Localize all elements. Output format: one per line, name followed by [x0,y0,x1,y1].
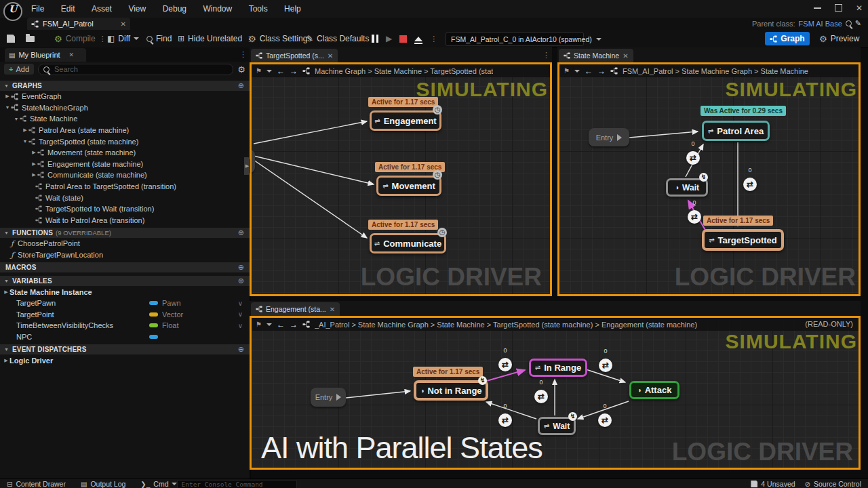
menu-file[interactable]: File [24,0,51,14]
compile-button[interactable]: ⚙ Compile ⋮ [54,30,106,47]
diff-button[interactable]: ◧ Diff [107,30,139,47]
expander-icon[interactable]: ▶ [3,289,9,295]
debug-object-dropdown[interactable]: FSM_AI_Patrol_C_0 in AIActor10 (spawned) [446,32,584,46]
output-log-button[interactable]: ▤ Output Log [81,480,125,488]
tree-item-patrol-to-targetspotted[interactable]: Patrol Area to TargetSpotted (transition… [0,181,250,192]
state-node-targetspotted[interactable]: ⇌TargetSpotted [702,229,784,251]
stop-icon[interactable] [399,35,407,43]
nav-forward-icon[interactable]: → [290,66,298,76]
tree-item-communicate[interactable]: ▶Communicate (state machine) [0,169,250,181]
add-variable-icon[interactable]: ⊕ [238,277,244,285]
transition-node-icon[interactable]: ⇄ [498,413,512,427]
breadcrumb-path[interactable]: Machine Graph > State Machine > TargetSp… [315,67,493,75]
minimize-icon[interactable] [814,7,821,9]
source-control-button[interactable]: ⊘ Source Control [805,480,861,488]
close-icon[interactable]: ✕ [623,52,628,60]
tab-engagement[interactable]: Engagement (sta...✕ [251,302,340,316]
transition-node-icon[interactable]: ⇄ [498,358,512,371]
parent-class-link[interactable]: FSM AI Base [799,20,842,28]
tree-item-statemachinegraph[interactable]: ▼StateMachineGraph [0,102,250,114]
cmd-dropdown[interactable]: ❯_ Cmd [140,480,177,488]
tab-targetspotted[interactable]: TargetSpotted (s...✕ [251,49,338,62]
unsaved-indicator[interactable]: 4 Unsaved [751,480,795,488]
find-button[interactable]: Find [146,30,172,47]
tree-item-state-machine[interactable]: ▼State Machine [0,113,250,125]
menu-view[interactable]: View [121,0,153,14]
browse-asset-button[interactable] [26,30,35,47]
state-node-engagement[interactable]: ⇌Engagement [370,110,441,131]
state-node-not-in-range[interactable]: ◑Not in Range [414,380,488,401]
tree-item-targetspotted-to-wait[interactable]: TargetSpotted to Wait (transition) [0,203,250,215]
class-defaults-button[interactable]: ✎ Class Defaults [307,30,369,47]
add-dispatcher-icon[interactable]: ⊕ [238,345,244,354]
expander-icon[interactable]: ▼ [22,139,28,144]
functions-section-header[interactable]: ▼ FUNCTIONS (9 OVERRIDABLE) ⊕ [0,228,250,238]
save-button[interactable] [7,30,15,47]
variable-row-targetpoint[interactable]: TargetPointVector∨ [0,309,250,321]
add-graph-icon[interactable]: ⊕ [238,81,244,90]
sidebar-tab-close-icon[interactable]: ✕ [69,52,75,58]
dispatcher-item-logic-driver[interactable]: ▶Logic Driver [0,354,250,366]
menu-debug[interactable]: Debug [156,0,193,14]
nav-forward-icon[interactable]: → [290,320,298,329]
graph-state-machine[interactable]: ⚑ ← → FSM_AI_Patrol > State Machine Grap… [557,62,861,296]
tree-item-movement[interactable]: ▶Movement (state machine) [0,147,250,159]
graph-targetspotted[interactable]: ⚑ ← → Machine Graph > State Machine > Ta… [250,62,552,296]
entry-node-clipped[interactable] [250,150,255,173]
bookmark-icon[interactable]: ⚑ [256,67,262,75]
nav-forward-icon[interactable]: → [597,66,606,76]
breadcrumb-path[interactable]: _AI_Patrol > State Machine Graph > State… [315,321,697,329]
menu-edit[interactable]: Edit [54,0,82,14]
transition-node-icon[interactable]: ⇄ [534,390,548,403]
expander-icon[interactable]: ▼ [4,105,11,110]
graphs-section-header[interactable]: ▼ GRAPHS ⊕ [0,81,250,91]
variable-row-npc[interactable]: NPC [0,331,250,343]
entry-node[interactable]: Entry [311,388,346,407]
nav-back-icon[interactable]: ← [585,66,593,76]
function-item[interactable]: ƒChoosePatrolPoint [0,238,250,249]
console-command-input[interactable] [177,480,297,488]
variable-row-timebetween[interactable]: TimeBetweenVisibilityChecksFloat∨ [0,320,250,331]
play-options-icon[interactable]: ⋮ [430,35,437,43]
expander-icon[interactable]: ▶ [3,358,9,363]
transition-node-icon[interactable]: ⇄ [688,210,701,224]
menu-tools[interactable]: Tools [242,0,275,14]
nav-back-icon[interactable]: ← [277,320,285,329]
tree-item-wait-state[interactable]: Wait (state) [0,192,250,203]
maximize-icon[interactable] [835,4,842,12]
expander-icon[interactable]: ▶ [22,127,28,133]
variables-section-header[interactable]: ▼ VARIABLES ⊕ [0,276,250,286]
hide-unrelated-button[interactable]: ⊞ Hide Unrelated ⋮ [178,30,253,47]
sidebar-search[interactable] [38,64,233,75]
search-input[interactable] [53,64,228,74]
tree-item-patrol-area[interactable]: ▶Patrol Area (state machine) [0,125,250,136]
class-settings-button[interactable]: ⚙ Class Settings [248,30,311,47]
expander-icon[interactable]: ▶ [31,172,37,178]
close-icon[interactable]: ✕ [328,52,333,60]
function-item[interactable]: ƒStoreTargetPawnLocation [0,249,250,261]
state-node-communicate[interactable]: ⇌Communicate [370,233,446,253]
resume-icon[interactable]: ▶ [386,34,392,43]
menu-asset[interactable]: Asset [85,0,119,14]
visibility-eye-icon[interactable]: ∨ [238,300,243,307]
expander-icon[interactable]: ▼ [13,117,20,121]
tab-state-machine[interactable]: State Machine✕ [559,49,633,62]
variable-category[interactable]: ▶State Machine Instance [0,286,250,298]
entry-node[interactable]: Entry [589,128,629,146]
tab-options-icon[interactable]: ⋮ [542,51,550,60]
asset-tab-fsm-ai-patrol[interactable]: FSM_AI_Patrol ✕ [27,18,130,30]
graph-mode-button[interactable]: Graph [765,32,810,45]
state-node-movement[interactable]: ⇌Movement [376,176,441,196]
close-icon[interactable]: ✕ [856,5,863,12]
menu-help[interactable]: Help [277,0,308,14]
edit-pencil-icon[interactable]: ✎ [855,19,861,28]
preview-button[interactable]: ⚙ Preview [819,32,859,45]
transition-node-icon[interactable]: ⇄ [743,178,757,191]
graph-engagement[interactable]: ⚑ ← → _AI_Patrol > State Machine Graph >… [250,316,861,470]
pause-icon[interactable] [372,35,378,43]
state-node-patrol-area[interactable]: ⇌Patrol Area [702,121,770,141]
visibility-eye-icon[interactable]: ∨ [238,310,243,318]
expander-icon[interactable]: ▶ [4,94,11,99]
close-icon[interactable]: ✕ [330,306,335,313]
tree-item-eventgraph[interactable]: ▶EventGraph [0,91,250,102]
